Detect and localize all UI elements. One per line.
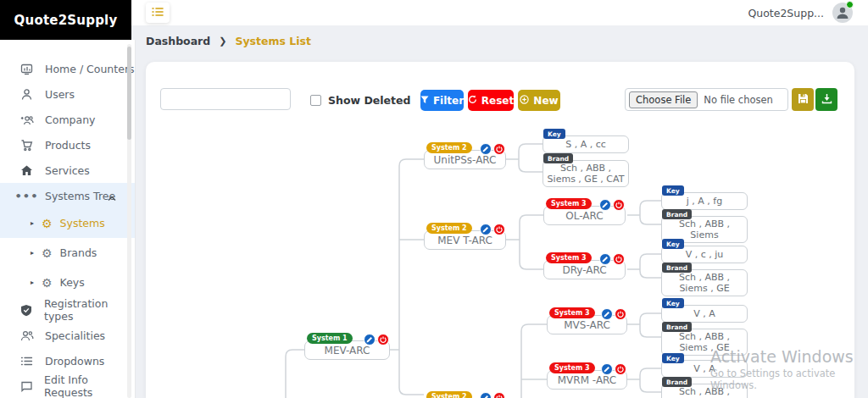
save-import-button[interactable] [792,88,814,111]
tree-node-dry-arc[interactable]: System 3 DRy-ARC [543,260,626,279]
sidebar-item-systems-tree[interactable]: ••• Systems Tree [0,183,135,208]
deactivate-icon[interactable] [615,363,626,375]
deactivate-icon[interactable] [613,253,625,265]
system-level-badge: System 3 [546,198,592,209]
sidebar-item-products[interactable]: Products [0,132,135,158]
deactivate-icon[interactable] [493,143,505,155]
show-deleted-checkbox[interactable] [310,95,321,106]
tree-node-mvrm-arc[interactable]: System 3 MVRM -ARC [547,370,627,390]
node-label: MEV T-ARC [437,235,492,246]
edit-icon[interactable] [599,253,611,265]
sidebar-item-specialities[interactable]: Specialities [0,323,135,348]
gear-icon: ⚙ [42,277,53,289]
key-values: V , A [693,308,715,319]
key-values: S , A , cc [565,139,606,150]
sidebar-item-home-counters[interactable]: Home / Counters [0,56,135,81]
plus-circle-icon [520,95,529,107]
edit-icon[interactable] [599,199,611,211]
tree-node-unitpss-arc[interactable]: System 2 UnitPSs-ARC [424,150,506,169]
choose-file-button[interactable]: Choose File [629,91,698,108]
topbar: Quote2Supp... [131,0,868,25]
reset-button[interactable]: Reset [468,90,514,111]
edit-icon[interactable] [480,143,492,155]
sidebar-item-services[interactable]: Services [0,158,135,183]
gear-icon: ⚙ [42,247,53,259]
main-system-input[interactable] [160,88,291,110]
breadcrumb-separator-icon: ❯ [219,36,226,47]
brand-badge: Brand [543,153,573,163]
sidebar-item-brands[interactable]: ▸ ⚙ Brands [0,238,135,268]
deactivate-icon[interactable] [493,392,505,398]
sidebar-item-edit-info-requests[interactable]: Edit Info Requests [0,373,135,398]
list-icon [19,356,34,367]
system-level-badge: System 1 [307,333,353,344]
sidebar-item-label: Services [45,164,90,177]
tree-node-mev-arc[interactable]: System 1 MEV-ARC [304,340,390,360]
brand-badge: Brand [662,209,692,219]
system-level-badge: System 2 [426,223,472,234]
tree-node-ol-arc[interactable]: System 3 OL-ARC [543,206,626,225]
edit-icon[interactable] [480,392,492,398]
filter-button-label: Filter [433,95,464,107]
sidebar-item-users[interactable]: Users [0,81,135,107]
edit-icon[interactable] [364,334,376,345]
download-template-button[interactable] [815,88,837,111]
brand-values: Sch , ABB , Siems , GE [665,386,744,398]
caret-icon: ▸ [31,249,34,257]
tree-node-mvs-arc[interactable]: System 3 MVS-ARC [547,315,627,334]
file-chosen-text: No file chosen [704,94,772,106]
sidebar-scrollbar[interactable] [127,44,131,398]
shield-check-icon [19,304,33,317]
sidebar-item-label: Brands [60,246,97,259]
breadcrumb-dashboard[interactable]: Dashboard [146,35,210,47]
sidebar-item-label: Keys [60,276,85,289]
save-icon [798,93,809,107]
deactivate-icon[interactable] [377,334,389,345]
system-level-badge: System 3 [546,252,592,263]
reset-button-label: Reset [481,95,514,107]
app-logo[interactable]: Quote2Supply [0,0,131,40]
sidebar-item-systems[interactable]: ▸ ⚙ Systems [0,208,135,238]
sidebar-item-company[interactable]: Company [0,107,135,132]
scrollbar-thumb[interactable] [127,47,131,140]
key-badge: Key [662,353,684,363]
topbar-username: Quote2Supp... [748,7,824,19]
sidebar-item-registration-types[interactable]: Registration types [0,297,135,323]
gear-icon: ⚙ [42,218,53,229]
key-badge: Key [662,239,684,249]
sidebar-item-dropdowns[interactable]: Dropdowns [0,348,135,373]
system-level-badge: System 2 [426,142,472,153]
tree-node-mev-t-arc[interactable]: System 2 MEV T-ARC [424,230,506,250]
edit-icon[interactable] [480,224,492,235]
system-level-badge: System 3 [549,307,595,318]
deactivate-icon[interactable] [613,199,625,211]
node-label: UnitPSs-ARC [434,154,497,166]
online-status-dot [846,1,854,8]
key-values: j , A , fg [687,196,722,207]
key-badge: Key [543,129,565,139]
sidebar-toggle-button[interactable] [146,3,170,23]
brand-badge: Brand [662,322,692,332]
company-icon [19,113,34,126]
cart-icon [19,139,34,152]
show-deleted-checkbox-row[interactable]: Show Deleted [310,94,410,107]
filter-button[interactable]: Filter [420,90,464,111]
deactivate-icon[interactable] [615,308,626,320]
deactivate-icon[interactable] [493,224,505,235]
user-avatar[interactable] [832,3,853,23]
chat-icon [19,380,33,392]
edit-icon[interactable] [601,308,613,320]
new-button[interactable]: New [518,90,560,111]
sidebar-item-label: Edit Info Requests [44,373,135,398]
sidebar-item-label: Specialities [45,329,105,342]
edit-icon[interactable] [601,363,613,375]
key-box: Key V , c , ju [661,246,748,263]
sidebar-item-keys[interactable]: ▸ ⚙ Keys [0,268,135,297]
node-label: MVRM -ARC [558,374,616,386]
sidebar-item-label: Systems [60,217,105,229]
brand-values: Sch , ABB , Siems [665,218,744,240]
caret-icon: ▸ [31,219,34,227]
breadcrumb-current: Systems List [235,35,311,47]
import-file-input[interactable]: Choose File No file chosen [625,88,788,111]
new-button-label: New [533,95,558,107]
